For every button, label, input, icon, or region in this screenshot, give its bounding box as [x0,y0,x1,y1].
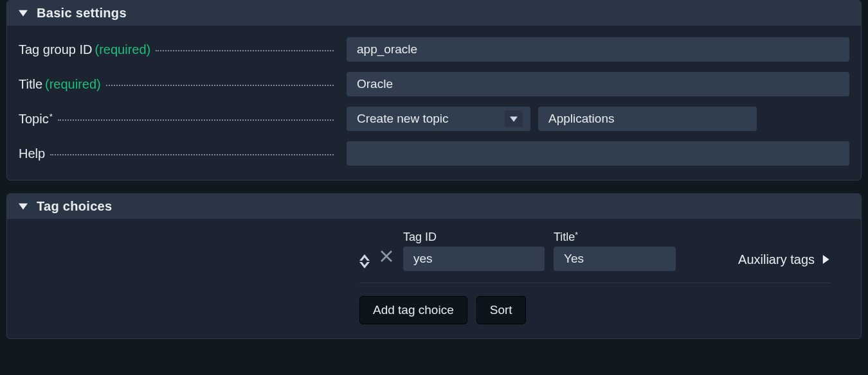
auxiliary-tags-toggle[interactable]: Auxiliary tags [738,252,830,271]
chevron-right-icon [821,252,830,267]
chevron-down-icon [359,262,370,268]
choice-buttons: Add tag choice Sort [359,296,849,324]
help-input[interactable] [347,141,849,166]
chevron-up-icon [359,254,370,261]
basic-settings-body: Tag group ID (required) Title (required) [7,26,861,180]
choice-tag-id-label: Tag ID [403,231,545,244]
tag-choices-body: Tag ID Title* Auxiliary tags Ad [7,219,861,338]
add-tag-choice-button[interactable]: Add tag choice [359,296,467,324]
basic-settings-header[interactable]: Basic settings [7,1,861,26]
topic-select[interactable]: Create new topic [347,107,530,131]
topic-select-value: Create new topic [357,112,449,126]
chevron-down-icon [505,110,523,127]
choice-title-label: Title* [554,231,676,244]
topic-new-input[interactable] [538,107,757,131]
collapse-icon [19,6,28,21]
row-tag-group-id: Tag group ID (required) [19,37,849,62]
title-input[interactable] [347,72,849,96]
label-help: Help [19,146,334,161]
auxiliary-tags-label: Auxiliary tags [738,252,815,267]
label-tag-group-id: Tag group ID (required) [19,42,334,57]
panel-title: Tag choices [37,199,112,214]
drag-handle[interactable] [359,254,370,271]
tag-choices-header[interactable]: Tag choices [7,194,861,219]
basic-settings-panel: Basic settings Tag group ID (required) T… [6,0,862,180]
choice-title-input[interactable] [554,247,676,271]
close-icon [379,249,394,264]
choice-tag-id-block: Tag ID [403,231,545,271]
tag-choices-panel: Tag choices Tag ID Title* [6,193,862,339]
label-topic: Topic* [19,112,334,126]
panel-title: Basic settings [37,6,127,21]
remove-choice-button[interactable] [379,249,394,271]
row-title: Title (required) [19,72,849,96]
sort-button[interactable]: Sort [476,296,526,324]
label-title: Title (required) [19,77,334,92]
tag-group-id-input[interactable] [347,37,849,62]
tag-choice-row: Tag ID Title* Auxiliary tags [359,231,830,283]
choice-title-block: Title* [554,231,676,271]
choice-tag-id-input[interactable] [403,247,545,271]
collapse-icon [19,199,28,214]
row-help: Help [19,141,849,166]
row-topic: Topic* Create new topic [19,107,849,131]
